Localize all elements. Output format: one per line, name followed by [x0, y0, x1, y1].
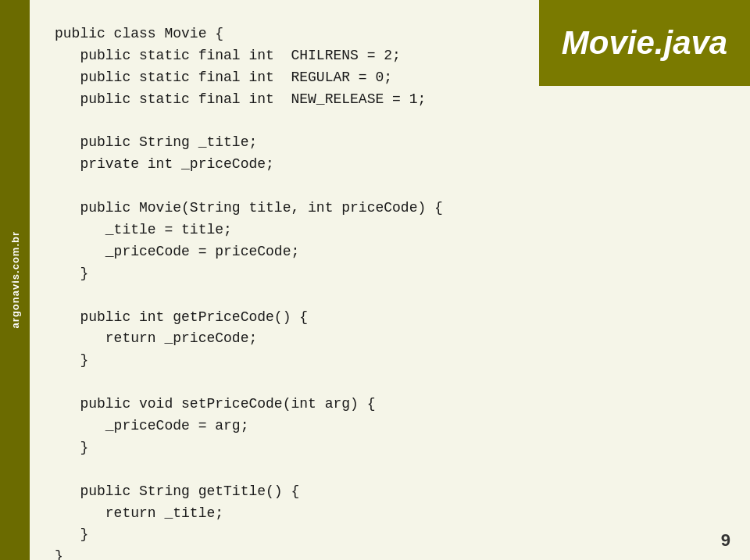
code-block: public class Movie { public static final…	[55, 23, 723, 560]
page-number: 9	[721, 530, 730, 551]
code-area: public class Movie { public static final…	[43, 16, 734, 537]
left-sidebar: argonavis.com.br	[0, 0, 30, 560]
sidebar-brand-text: argonavis.com.br	[9, 231, 21, 328]
